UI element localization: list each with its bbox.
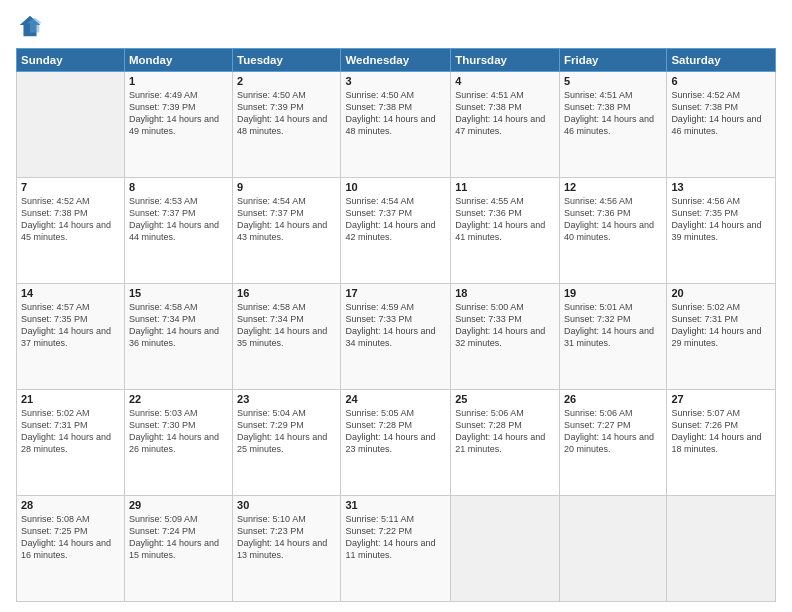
day-number: 18 [455, 287, 555, 299]
day-info: Sunrise: 4:51 AM Sunset: 7:38 PM Dayligh… [564, 89, 662, 138]
day-info: Sunrise: 4:49 AM Sunset: 7:39 PM Dayligh… [129, 89, 228, 138]
day-number: 21 [21, 393, 120, 405]
day-number: 20 [671, 287, 771, 299]
day-info: Sunrise: 4:52 AM Sunset: 7:38 PM Dayligh… [21, 195, 120, 244]
calendar-week-2: 7Sunrise: 4:52 AM Sunset: 7:38 PM Daylig… [17, 178, 776, 284]
day-info: Sunrise: 5:02 AM Sunset: 7:31 PM Dayligh… [671, 301, 771, 350]
calendar-cell: 8Sunrise: 4:53 AM Sunset: 7:37 PM Daylig… [124, 178, 232, 284]
day-info: Sunrise: 5:06 AM Sunset: 7:27 PM Dayligh… [564, 407, 662, 456]
calendar-cell: 5Sunrise: 4:51 AM Sunset: 7:38 PM Daylig… [559, 72, 666, 178]
day-number: 4 [455, 75, 555, 87]
day-number: 25 [455, 393, 555, 405]
calendar-cell [451, 496, 560, 602]
calendar-cell: 12Sunrise: 4:56 AM Sunset: 7:36 PM Dayli… [559, 178, 666, 284]
day-number: 22 [129, 393, 228, 405]
header [16, 12, 776, 40]
day-number: 3 [345, 75, 446, 87]
day-number: 9 [237, 181, 336, 193]
calendar-cell: 1Sunrise: 4:49 AM Sunset: 7:39 PM Daylig… [124, 72, 232, 178]
weekday-row: SundayMondayTuesdayWednesdayThursdayFrid… [17, 49, 776, 72]
day-info: Sunrise: 5:00 AM Sunset: 7:33 PM Dayligh… [455, 301, 555, 350]
logo [16, 12, 48, 40]
day-info: Sunrise: 5:02 AM Sunset: 7:31 PM Dayligh… [21, 407, 120, 456]
calendar-cell [559, 496, 666, 602]
day-number: 17 [345, 287, 446, 299]
calendar-cell: 9Sunrise: 4:54 AM Sunset: 7:37 PM Daylig… [233, 178, 341, 284]
day-number: 1 [129, 75, 228, 87]
calendar-cell: 27Sunrise: 5:07 AM Sunset: 7:26 PM Dayli… [667, 390, 776, 496]
day-info: Sunrise: 5:11 AM Sunset: 7:22 PM Dayligh… [345, 513, 446, 562]
calendar-cell: 3Sunrise: 4:50 AM Sunset: 7:38 PM Daylig… [341, 72, 451, 178]
day-number: 23 [237, 393, 336, 405]
day-number: 28 [21, 499, 120, 511]
day-info: Sunrise: 4:50 AM Sunset: 7:38 PM Dayligh… [345, 89, 446, 138]
day-number: 26 [564, 393, 662, 405]
day-info: Sunrise: 4:55 AM Sunset: 7:36 PM Dayligh… [455, 195, 555, 244]
calendar-cell: 4Sunrise: 4:51 AM Sunset: 7:38 PM Daylig… [451, 72, 560, 178]
day-number: 29 [129, 499, 228, 511]
day-number: 30 [237, 499, 336, 511]
calendar-header: SundayMondayTuesdayWednesdayThursdayFrid… [17, 49, 776, 72]
day-info: Sunrise: 5:09 AM Sunset: 7:24 PM Dayligh… [129, 513, 228, 562]
calendar-cell: 10Sunrise: 4:54 AM Sunset: 7:37 PM Dayli… [341, 178, 451, 284]
day-number: 11 [455, 181, 555, 193]
calendar-cell: 26Sunrise: 5:06 AM Sunset: 7:27 PM Dayli… [559, 390, 666, 496]
day-number: 7 [21, 181, 120, 193]
calendar-cell: 20Sunrise: 5:02 AM Sunset: 7:31 PM Dayli… [667, 284, 776, 390]
weekday-header-tuesday: Tuesday [233, 49, 341, 72]
weekday-header-wednesday: Wednesday [341, 49, 451, 72]
day-number: 13 [671, 181, 771, 193]
day-number: 24 [345, 393, 446, 405]
day-info: Sunrise: 5:05 AM Sunset: 7:28 PM Dayligh… [345, 407, 446, 456]
day-info: Sunrise: 4:57 AM Sunset: 7:35 PM Dayligh… [21, 301, 120, 350]
weekday-header-monday: Monday [124, 49, 232, 72]
day-number: 14 [21, 287, 120, 299]
calendar-cell: 2Sunrise: 4:50 AM Sunset: 7:39 PM Daylig… [233, 72, 341, 178]
calendar-week-1: 1Sunrise: 4:49 AM Sunset: 7:39 PM Daylig… [17, 72, 776, 178]
day-number: 16 [237, 287, 336, 299]
calendar-week-5: 28Sunrise: 5:08 AM Sunset: 7:25 PM Dayli… [17, 496, 776, 602]
calendar-cell: 24Sunrise: 5:05 AM Sunset: 7:28 PM Dayli… [341, 390, 451, 496]
calendar-cell: 23Sunrise: 5:04 AM Sunset: 7:29 PM Dayli… [233, 390, 341, 496]
calendar-cell: 13Sunrise: 4:56 AM Sunset: 7:35 PM Dayli… [667, 178, 776, 284]
logo-icon [16, 12, 44, 40]
day-info: Sunrise: 5:04 AM Sunset: 7:29 PM Dayligh… [237, 407, 336, 456]
calendar-cell: 7Sunrise: 4:52 AM Sunset: 7:38 PM Daylig… [17, 178, 125, 284]
day-info: Sunrise: 5:06 AM Sunset: 7:28 PM Dayligh… [455, 407, 555, 456]
day-number: 12 [564, 181, 662, 193]
day-info: Sunrise: 5:07 AM Sunset: 7:26 PM Dayligh… [671, 407, 771, 456]
day-info: Sunrise: 4:51 AM Sunset: 7:38 PM Dayligh… [455, 89, 555, 138]
calendar-cell [667, 496, 776, 602]
calendar-body: 1Sunrise: 4:49 AM Sunset: 7:39 PM Daylig… [17, 72, 776, 602]
day-info: Sunrise: 4:54 AM Sunset: 7:37 PM Dayligh… [237, 195, 336, 244]
calendar-cell: 11Sunrise: 4:55 AM Sunset: 7:36 PM Dayli… [451, 178, 560, 284]
calendar-cell: 21Sunrise: 5:02 AM Sunset: 7:31 PM Dayli… [17, 390, 125, 496]
day-info: Sunrise: 4:56 AM Sunset: 7:36 PM Dayligh… [564, 195, 662, 244]
page: SundayMondayTuesdayWednesdayThursdayFrid… [0, 0, 792, 612]
day-number: 8 [129, 181, 228, 193]
calendar-week-3: 14Sunrise: 4:57 AM Sunset: 7:35 PM Dayli… [17, 284, 776, 390]
calendar-cell: 25Sunrise: 5:06 AM Sunset: 7:28 PM Dayli… [451, 390, 560, 496]
weekday-header-thursday: Thursday [451, 49, 560, 72]
day-info: Sunrise: 4:54 AM Sunset: 7:37 PM Dayligh… [345, 195, 446, 244]
day-info: Sunrise: 5:10 AM Sunset: 7:23 PM Dayligh… [237, 513, 336, 562]
day-number: 19 [564, 287, 662, 299]
weekday-header-friday: Friday [559, 49, 666, 72]
calendar-cell: 17Sunrise: 4:59 AM Sunset: 7:33 PM Dayli… [341, 284, 451, 390]
day-info: Sunrise: 4:53 AM Sunset: 7:37 PM Dayligh… [129, 195, 228, 244]
calendar-cell: 6Sunrise: 4:52 AM Sunset: 7:38 PM Daylig… [667, 72, 776, 178]
day-info: Sunrise: 5:03 AM Sunset: 7:30 PM Dayligh… [129, 407, 228, 456]
calendar-cell: 30Sunrise: 5:10 AM Sunset: 7:23 PM Dayli… [233, 496, 341, 602]
weekday-header-sunday: Sunday [17, 49, 125, 72]
day-info: Sunrise: 4:59 AM Sunset: 7:33 PM Dayligh… [345, 301, 446, 350]
calendar-cell: 16Sunrise: 4:58 AM Sunset: 7:34 PM Dayli… [233, 284, 341, 390]
calendar-cell: 22Sunrise: 5:03 AM Sunset: 7:30 PM Dayli… [124, 390, 232, 496]
calendar-cell: 15Sunrise: 4:58 AM Sunset: 7:34 PM Dayli… [124, 284, 232, 390]
day-info: Sunrise: 5:08 AM Sunset: 7:25 PM Dayligh… [21, 513, 120, 562]
calendar-cell: 31Sunrise: 5:11 AM Sunset: 7:22 PM Dayli… [341, 496, 451, 602]
day-number: 15 [129, 287, 228, 299]
calendar-cell: 28Sunrise: 5:08 AM Sunset: 7:25 PM Dayli… [17, 496, 125, 602]
calendar-cell: 18Sunrise: 5:00 AM Sunset: 7:33 PM Dayli… [451, 284, 560, 390]
day-number: 31 [345, 499, 446, 511]
day-number: 10 [345, 181, 446, 193]
